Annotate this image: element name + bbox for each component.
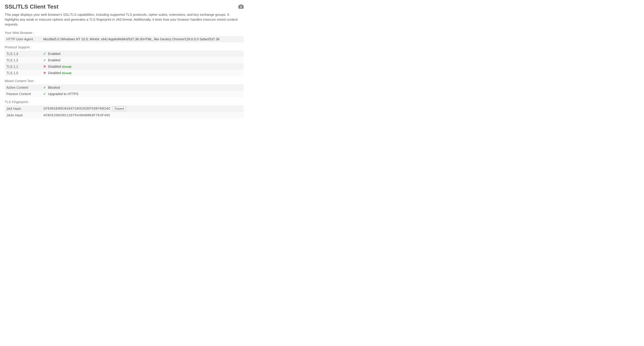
table-row: TLS 1.3 ✓ Enabled xyxy=(5,51,244,57)
mixed-content-table: Active Content ✓ Blocked Passive Content… xyxy=(5,84,244,97)
mixed-content-status: Upgraded to HTTPS xyxy=(48,92,78,96)
ja3-value: 1F9391E05C01047103152EFC6976824C xyxy=(43,107,110,110)
table-row: TLS 1.2 ✓ Enabled xyxy=(5,57,244,63)
check-icon: ✓ xyxy=(43,52,46,56)
section-title-fingerprint: TLS Fingerprint : xyxy=(5,100,244,104)
user-agent-label: HTTP User-Agent xyxy=(5,36,42,42)
table-row: Active Content ✓ Blocked xyxy=(5,84,244,91)
browser-table: HTTP User-Agent Mozilla/5.0 (Windows NT … xyxy=(5,36,244,42)
section-title-mixed: Mixed Content Test : xyxy=(5,79,244,83)
check-icon: ✓ xyxy=(43,86,46,89)
status-note: (Good) xyxy=(62,72,72,75)
protocol-status: Enabled xyxy=(48,52,60,56)
mixed-content-status: Blocked xyxy=(48,86,60,89)
ja3-label: JA3 Hash xyxy=(5,105,42,112)
intro-text: This page displays your web browser's SS… xyxy=(5,12,244,27)
ja3n-value: 4C9CE26028C11D7544DA00D3F7E4F45C xyxy=(43,113,110,117)
protocol-name[interactable]: TLS 1.2 xyxy=(6,58,18,62)
check-icon: ✓ xyxy=(43,58,46,62)
page-title: SSL/TLS Client Test xyxy=(5,3,58,10)
protocol-name[interactable]: TLS 1.0 xyxy=(6,71,18,75)
table-row: Passive Content ✓ Upgraded to HTTPS xyxy=(5,91,244,97)
cross-icon: ✕ xyxy=(43,71,46,75)
table-row: TLS 1.0 ✕ Disabled (Good) xyxy=(5,70,244,76)
mixed-content-label: Active Content xyxy=(5,84,42,91)
fingerprint-table: JA3 Hash 1F9391E05C01047103152EFC6976824… xyxy=(5,105,244,118)
screenshot-button[interactable] xyxy=(238,3,244,10)
protocol-status: Disabled xyxy=(48,71,61,75)
mixed-content-label: Passive Content xyxy=(5,91,42,97)
camera-icon xyxy=(238,4,244,9)
protocol-status: Disabled xyxy=(48,65,61,68)
cross-icon: ✕ xyxy=(43,65,46,68)
table-row: JA3n Hash 4C9CE26028C11D7544DA00D3F7E4F4… xyxy=(5,112,244,118)
expand-button[interactable]: Expand xyxy=(113,106,126,111)
protocol-name[interactable]: TLS 1.1 xyxy=(6,65,18,69)
table-row: HTTP User-Agent Mozilla/5.0 (Windows NT … xyxy=(5,36,244,42)
protocol-table: TLS 1.3 ✓ Enabled TLS 1.2 ✓ Enabled TLS … xyxy=(5,51,244,76)
protocol-status: Enabled xyxy=(48,58,60,62)
section-title-browser: Your Web Browser : xyxy=(5,31,244,35)
user-agent-value: Mozilla/5.0 (Windows NT 10.0; Win64; x64… xyxy=(42,36,244,42)
section-title-protocol: Protocol Support : xyxy=(5,45,244,49)
protocol-name[interactable]: TLS 1.3 xyxy=(6,52,18,56)
table-row: JA3 Hash 1F9391E05C01047103152EFC6976824… xyxy=(5,105,244,112)
check-icon: ✓ xyxy=(43,92,46,96)
status-note: (Good) xyxy=(62,65,72,68)
ja3n-label: JA3n Hash xyxy=(5,112,42,118)
table-row: TLS 1.1 ✕ Disabled (Good) xyxy=(5,63,244,70)
